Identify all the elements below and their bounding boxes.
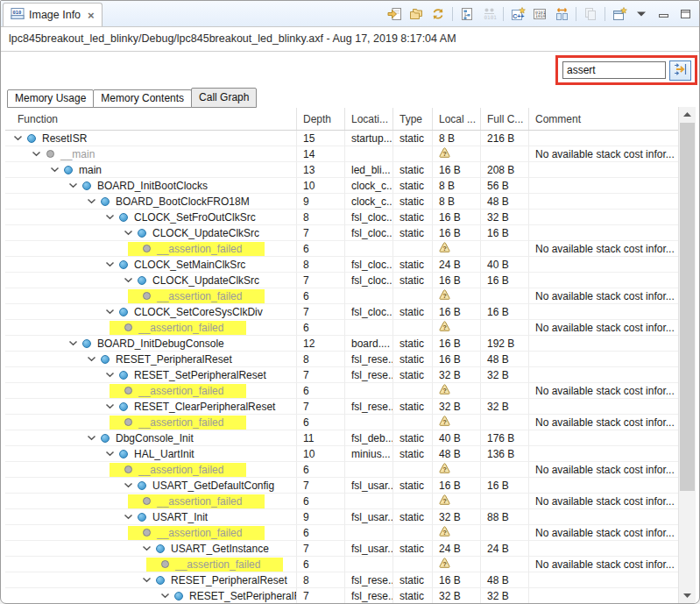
function-icon xyxy=(117,308,131,316)
tree-row[interactable]: ResetISR15startup...static8 B216 B xyxy=(5,131,678,146)
tree-row[interactable]: __assertion_failed6?No available stack c… xyxy=(5,525,678,541)
expand-chevron-icon[interactable] xyxy=(103,309,117,315)
tree-row[interactable]: BOARD_InitBootClocks10clock_c...static8 … xyxy=(5,178,678,194)
tree-row[interactable]: USART_GetInstance7fsl_usar...static24 B2… xyxy=(5,541,678,557)
expand-chevron-icon[interactable] xyxy=(84,198,98,204)
function-name: __assertion_failed xyxy=(157,527,242,539)
scroll-down-icon[interactable] xyxy=(679,588,696,603)
expand-chevron-icon[interactable] xyxy=(103,372,117,378)
show-call-tree-icon[interactable] xyxy=(459,6,475,22)
expand-chevron-icon[interactable] xyxy=(103,214,117,220)
tree-row[interactable]: CLOCK_SetFroOutClkSrc8fsl_cloc...static1… xyxy=(5,210,678,225)
tree-row[interactable]: RESET_PeripheralReset8fsl_rese...static1… xyxy=(5,352,678,367)
column-header-depth[interactable]: Depth xyxy=(296,108,344,130)
load-image-info-icon[interactable] xyxy=(386,6,402,22)
search-input[interactable] xyxy=(562,61,666,79)
binary-view-icon[interactable]: 01011010 xyxy=(532,6,548,22)
column-header-function[interactable]: Function xyxy=(5,108,296,130)
function-gray-icon xyxy=(121,418,135,426)
tree-row[interactable]: BOARD_BootClockFRO18M9clock_c...static8 … xyxy=(5,194,678,210)
full-cost-cell: 16 B xyxy=(480,273,528,288)
column-header-type[interactable]: Type xyxy=(392,108,432,130)
tree-row[interactable]: CLOCK_SetMainClkSrc8fsl_cloc...static24 … xyxy=(5,257,678,273)
expand-chevron-icon[interactable] xyxy=(139,577,153,583)
tree-row[interactable]: RESET_PeripheralReset8fsl_rese...static1… xyxy=(5,572,678,588)
tree-row[interactable]: CLOCK_UpdateClkSrc7fsl_cloc...static16 B… xyxy=(5,273,678,288)
expand-chevron-icon[interactable] xyxy=(158,593,172,599)
tree-row[interactable]: HAL_UartInit10minius...static48 B136 B xyxy=(5,446,678,462)
local-cost-cell: 8 B xyxy=(432,194,480,210)
full-cost-cell: 208 B xyxy=(480,162,528,178)
tree-row[interactable]: __assertion_failed6?No available stack c… xyxy=(5,557,678,572)
open-new-view-icon[interactable] xyxy=(612,6,627,22)
tree-row[interactable]: __assertion_failed6?No available stack c… xyxy=(5,320,678,336)
expand-chevron-icon[interactable] xyxy=(121,482,135,488)
copy-view-contents-icon[interactable] xyxy=(408,6,424,22)
vertical-scrollbar[interactable] xyxy=(678,107,696,603)
expand-chevron-icon[interactable] xyxy=(103,403,117,409)
scrollbar-thumb[interactable] xyxy=(680,123,695,491)
new-c-file-icon[interactable]: C++ xyxy=(510,6,526,22)
expand-chevron-icon[interactable] xyxy=(66,340,80,346)
depth-cell: 6 xyxy=(296,415,344,430)
expand-chevron-icon[interactable] xyxy=(84,356,98,362)
function-cell: CLOCK_SetMainClkSrc xyxy=(5,257,296,273)
comment-cell: No available stack cost infor... xyxy=(528,415,678,430)
expand-chevron-icon[interactable] xyxy=(121,277,135,283)
svg-text:0101: 0101 xyxy=(484,14,497,20)
expand-chevron-icon[interactable] xyxy=(84,435,98,441)
tree-row[interactable]: RESET_SetPeripheralReset7fsl_rese...stat… xyxy=(5,588,678,604)
column-header-locati[interactable]: Locati... xyxy=(344,108,392,130)
arrange-columns-icon[interactable] xyxy=(554,6,569,22)
expand-chevron-icon[interactable] xyxy=(121,230,135,236)
tree-row[interactable]: __assertion_failed6?No available stack c… xyxy=(5,383,678,399)
tree-row[interactable]: RESET_SetPeripheralReset7fsl_rese...stat… xyxy=(5,367,678,383)
tree-row[interactable]: __main14?No available stack cost infor..… xyxy=(5,146,678,162)
expand-chevron-icon[interactable] xyxy=(121,514,135,520)
tree-row[interactable]: USART_GetDefaultConfig7fsl_usar...static… xyxy=(5,478,678,494)
expand-chevron-icon[interactable] xyxy=(103,451,117,457)
close-icon[interactable]: × xyxy=(88,9,95,22)
local-cost-cell: 32 B xyxy=(432,509,480,525)
comment-cell xyxy=(528,367,678,383)
tree-row[interactable]: CLOCK_UpdateClkSrc7fsl_cloc...static16 B… xyxy=(5,225,678,241)
tree-row[interactable]: BOARD_InitDebugConsole12board....static1… xyxy=(5,336,678,352)
expand-chevron-icon[interactable] xyxy=(47,167,61,173)
scroll-up-icon[interactable] xyxy=(679,107,696,122)
expand-chevron-icon[interactable] xyxy=(11,135,25,141)
minimize-view-icon[interactable] xyxy=(655,6,671,22)
refresh-icon[interactable] xyxy=(430,6,446,22)
search-go-button[interactable] xyxy=(669,60,691,81)
tree-row[interactable]: USART_Init9fsl_usar...static32 B88 B xyxy=(5,509,678,525)
location-cell xyxy=(344,462,392,478)
tree-row[interactable]: DbgConsole_Init11fsl_deb...static40 B176… xyxy=(5,430,678,446)
tab-image-info[interactable]: 010 Image Info × xyxy=(3,3,103,26)
expand-chevron-icon[interactable] xyxy=(103,261,117,267)
tree-row[interactable]: __assertion_failed6?No available stack c… xyxy=(5,494,678,509)
comment-cell xyxy=(528,162,678,178)
tree-row[interactable]: RESET_ClearPeripheralReset7fsl_rese...st… xyxy=(5,399,678,415)
column-header-full-c[interactable]: Full C... xyxy=(480,108,528,130)
tree-row[interactable]: __assertion_failed6?No available stack c… xyxy=(5,241,678,257)
expand-chevron-icon[interactable] xyxy=(29,151,43,157)
tab-call-graph[interactable]: Call Graph xyxy=(191,88,257,108)
location-cell: fsl_cloc... xyxy=(344,257,392,273)
view-menu-icon[interactable] xyxy=(633,6,649,22)
tree-row[interactable]: __assertion_failed6?No available stack c… xyxy=(5,288,678,304)
expand-chevron-icon[interactable] xyxy=(66,182,80,188)
column-header-comment[interactable]: Comment xyxy=(528,108,678,130)
expand-chevron-icon[interactable] xyxy=(139,545,153,551)
function-cell: __assertion_failed xyxy=(5,462,296,478)
tree-row[interactable]: __assertion_failed6?No available stack c… xyxy=(5,415,678,430)
tree-row[interactable]: CLOCK_SetCoreSysClkDiv7fsl_cloc...static… xyxy=(5,304,678,320)
function-name: RESET_PeripheralReset xyxy=(116,353,232,366)
location-cell: fsl_cloc... xyxy=(344,210,392,225)
tab-memory-contents[interactable]: Memory Contents xyxy=(93,89,192,108)
column-header-local[interactable]: Local ... xyxy=(432,108,480,130)
maximize-view-icon[interactable] xyxy=(677,6,693,22)
depth-cell: 13 xyxy=(296,162,344,178)
tree-row[interactable]: main13led_bli...static16 B208 B xyxy=(5,162,678,178)
tab-memory-usage[interactable]: Memory Usage xyxy=(7,89,94,108)
type-cell: static xyxy=(392,399,432,415)
tree-row[interactable]: __assertion_failed6?No available stack c… xyxy=(5,462,678,478)
